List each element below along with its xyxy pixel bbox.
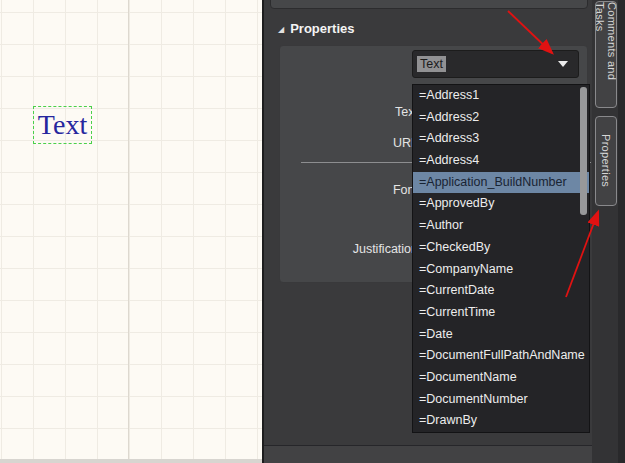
canvas-bottom-edge [0, 459, 262, 463]
justification-field-label: Justification [298, 242, 418, 256]
grid-major-line [128, 0, 129, 463]
dropdown-item[interactable]: =CurrentTime [413, 302, 589, 324]
tab-label: Properties [600, 134, 612, 187]
collapse-triangle-icon: ◢ [278, 26, 284, 34]
dropdown-item[interactable]: =Author [413, 215, 589, 237]
dropdown-item[interactable]: =Address2 [413, 107, 589, 129]
font-field-label: Font [298, 183, 418, 197]
dropdown-item[interactable]: =CheckedBy [413, 237, 589, 259]
properties-panel: ◢ Properties Text URL Font Justification… [264, 0, 592, 463]
tab-properties[interactable]: Properties [595, 116, 617, 206]
dropdown-item[interactable]: =ApprovedBy [413, 193, 589, 215]
dropdown-item[interactable]: =DocumentFullPathAndName [413, 345, 589, 367]
chevron-down-icon[interactable] [558, 61, 568, 67]
dropdown-item[interactable]: =CompanyName [413, 259, 589, 281]
tab-strip-edge [618, 0, 625, 463]
previous-group-box [270, 0, 588, 9]
combobox-value: Text [417, 56, 446, 72]
dropdown-item[interactable]: =Address4 [413, 150, 589, 172]
dropdown-item[interactable]: =Date [413, 324, 589, 346]
dropdown-item[interactable]: =Address1 [413, 85, 589, 107]
dropdown-scrollbar-thumb[interactable] [580, 87, 587, 215]
tab-label: Comments and Tasks [595, 2, 617, 107]
application-window: Text ◢ Properties Text URL Font Justific… [0, 0, 625, 463]
panel-bottom-area [264, 445, 592, 463]
dropdown-item[interactable]: =CurrentDate [413, 280, 589, 302]
dropdown-item[interactable]: =DocumentName [413, 367, 589, 389]
tab-comments-and-tasks[interactable]: Comments and Tasks [595, 1, 617, 108]
side-tab-strip: Comments and Tasks Properties [592, 0, 625, 463]
dropdown-item[interactable]: =Application_BuildNumber [413, 172, 589, 194]
section-title: Properties [290, 21, 354, 36]
properties-section-header[interactable]: ◢ Properties [278, 21, 354, 36]
text-combobox[interactable]: Text [412, 50, 579, 78]
dropdown-item[interactable]: =DrawnBy [413, 410, 589, 432]
url-field-label: URL [298, 136, 418, 150]
drawing-canvas[interactable]: Text [0, 0, 262, 463]
dropdown-item[interactable]: =Address3 [413, 128, 589, 150]
dropdown-item[interactable]: =DocumentNumber [413, 389, 589, 411]
text-dropdown-list: =Address1=Address2=Address3=Address4=App… [412, 84, 590, 433]
text-object-label: Text [38, 109, 87, 141]
selected-text-object[interactable]: Text [33, 106, 92, 144]
text-field-label: Text [298, 105, 418, 119]
